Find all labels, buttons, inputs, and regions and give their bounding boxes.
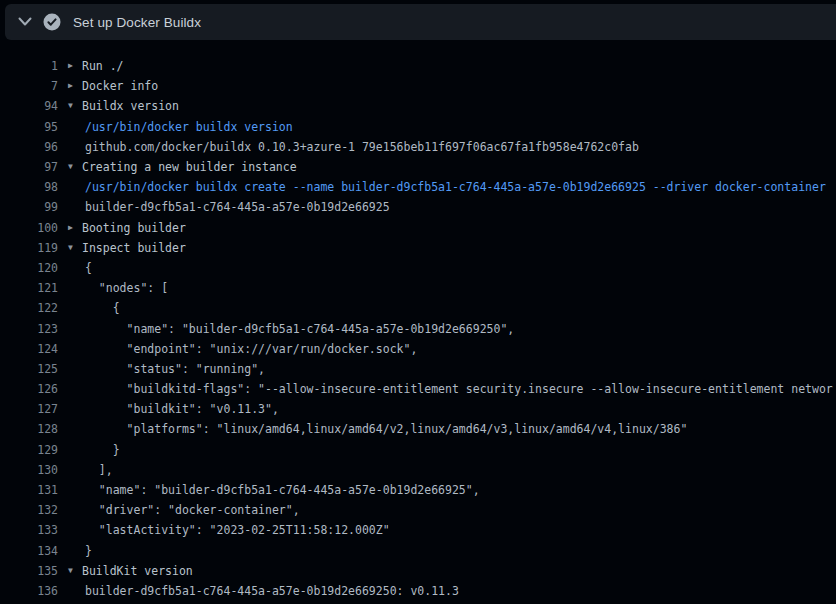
line-number[interactable]: 1 [0,59,58,73]
line-number[interactable]: 99 [0,200,58,214]
log-line: 97 ▼ Creating a new builder instance [0,157,836,177]
log-line: 136 builder-d9cfb5a1-c764-445a-a57e-0b19… [0,581,836,601]
line-number[interactable]: 126 [0,382,58,396]
line-number[interactable]: 94 [0,99,58,113]
log-lines: 1 ▶ Run ./ 7 ▶ Docker info 94 ▼ Buildx v… [0,40,836,601]
log-text: "platforms": "linux/amd64,linux/amd64/v2… [85,422,687,436]
log-text: "name": "builder-d9cfb5a1-c764-445a-a57e… [85,483,480,497]
log-text[interactable]: Inspect builder [82,241,186,255]
log-text: /usr/bin/docker buildx version [85,120,293,134]
line-number[interactable]: 119 [0,241,58,255]
log-line: 131 "name": "builder-d9cfb5a1-c764-445a-… [0,480,836,500]
group-toggle-icon[interactable]: ▶ [68,62,82,70]
line-number[interactable]: 135 [0,564,58,578]
group-toggle-icon[interactable]: ▶ [68,224,82,232]
log-line: 119 ▼ Inspect builder [0,238,836,258]
log-text: /usr/bin/docker buildx create --name bui… [85,180,826,194]
line-number[interactable]: 130 [0,463,58,477]
log-text[interactable]: Buildx version [82,99,179,113]
log-line: 128 "platforms": "linux/amd64,linux/amd6… [0,419,836,439]
log-text: { [85,301,120,315]
line-number[interactable]: 133 [0,523,58,537]
log-line: 95 /usr/bin/docker buildx version [0,117,836,137]
log-line: 99 builder-d9cfb5a1-c764-445a-a57e-0b19d… [0,197,836,217]
line-number[interactable]: 125 [0,362,58,376]
line-number[interactable]: 134 [0,544,58,558]
log-line: 132 "driver": "docker-container", [0,500,836,520]
log-text[interactable]: Creating a new builder instance [82,160,297,174]
log-line: 122 { [0,298,836,318]
line-number[interactable]: 128 [0,422,58,436]
line-number[interactable]: 98 [0,180,58,194]
line-number[interactable]: 96 [0,140,58,154]
line-number[interactable]: 123 [0,322,58,336]
group-toggle-icon[interactable]: ▼ [68,567,82,575]
log-text: { [85,261,92,275]
chevron-down-icon[interactable] [17,14,33,30]
log-line: 126 "buildkitd-flags": "--allow-insecure… [0,379,836,399]
log-text: github.com/docker/buildx 0.10.3+azure-1 … [85,140,639,154]
log-line: 96 github.com/docker/buildx 0.10.3+azure… [0,137,836,157]
log-line: 1 ▶ Run ./ [0,56,836,76]
log-line: 125 "status": "running", [0,359,836,379]
log-text: "buildkit": "v0.11.3", [85,402,279,416]
line-number[interactable]: 131 [0,483,58,497]
log-text: "name": "builder-d9cfb5a1-c764-445a-a57e… [85,322,514,336]
line-number[interactable]: 124 [0,342,58,356]
log-text[interactable]: Run ./ [82,59,124,73]
log-text: ], [85,463,113,477]
line-number[interactable]: 127 [0,402,58,416]
step-title: Set up Docker Buildx [73,15,201,30]
log-line: 94 ▼ Buildx version [0,96,836,116]
log-line: 98 /usr/bin/docker buildx create --name … [0,177,836,197]
step-header[interactable]: Set up Docker Buildx [5,4,836,40]
line-number[interactable]: 97 [0,160,58,174]
group-toggle-icon[interactable]: ▼ [68,102,82,110]
log-text: } [85,544,92,558]
line-number[interactable]: 121 [0,281,58,295]
log-line: 7 ▶ Docker info [0,76,836,96]
log-line: 135 ▼ BuildKit version [0,561,836,581]
group-toggle-icon[interactable]: ▼ [68,163,82,171]
log-line: 129 } [0,440,836,460]
log-line: 130 ], [0,460,836,480]
log-text: "endpoint": "unix:///var/run/docker.sock… [85,342,417,356]
workflow-log-viewer: Set up Docker Buildx 1 ▶ Run ./ 7 ▶ Dock… [0,4,836,604]
line-number[interactable]: 100 [0,221,58,235]
log-text[interactable]: Docker info [82,79,158,93]
log-text: "status": "running", [85,362,265,376]
line-number[interactable]: 7 [0,79,58,93]
log-text[interactable]: BuildKit version [82,564,193,578]
log-line: 124 "endpoint": "unix:///var/run/docker.… [0,339,836,359]
log-text: builder-d9cfb5a1-c764-445a-a57e-0b19d2e6… [85,200,390,214]
group-toggle-icon[interactable]: ▼ [68,244,82,252]
line-number[interactable]: 122 [0,301,58,315]
log-text: "buildkitd-flags": "--allow-insecure-ent… [85,382,833,396]
group-toggle-icon[interactable]: ▶ [68,82,82,90]
line-number[interactable]: 136 [0,584,58,598]
log-text: "driver": "docker-container", [85,503,300,517]
log-line: 120 { [0,258,836,278]
log-line: 133 "lastActivity": "2023-02-25T11:58:12… [0,520,836,540]
line-number[interactable]: 120 [0,261,58,275]
log-line: 100 ▶ Booting builder [0,218,836,238]
line-number[interactable]: 129 [0,443,58,457]
log-text[interactable]: Booting builder [82,221,186,235]
log-text: "lastActivity": "2023-02-25T11:58:12.000… [85,523,390,537]
log-text: } [85,443,120,457]
log-line: 127 "buildkit": "v0.11.3", [0,399,836,419]
log-text: builder-d9cfb5a1-c764-445a-a57e-0b19d2e6… [85,584,459,598]
check-circle-icon [43,13,61,31]
log-line: 121 "nodes": [ [0,278,836,298]
log-line: 123 "name": "builder-d9cfb5a1-c764-445a-… [0,318,836,338]
log-line: 134 } [0,541,836,561]
log-text: "nodes": [ [85,281,168,295]
line-number[interactable]: 95 [0,120,58,134]
line-number[interactable]: 132 [0,503,58,517]
